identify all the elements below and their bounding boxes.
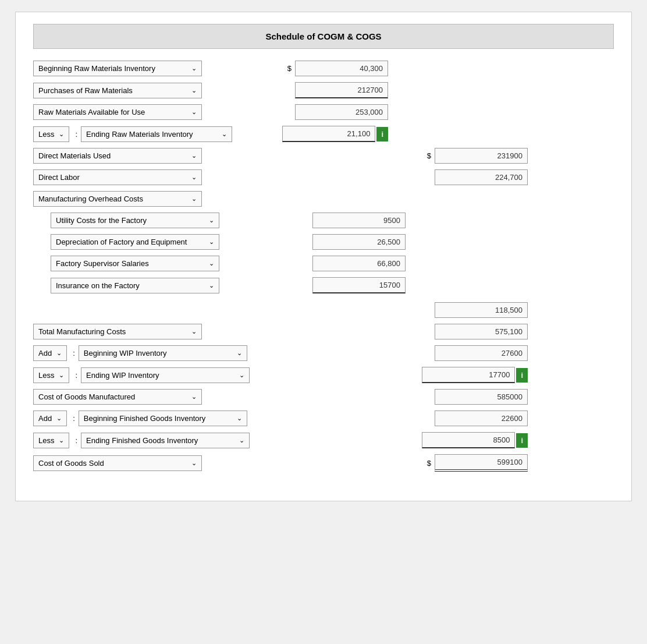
row-depreciation: Depreciation of Factory and Equipment ⌄ … [51,234,614,250]
beg-fg-value[interactable]: 22600 [435,411,528,426]
chevron-down-icon: ⌄ [191,195,197,203]
chevron-down-icon: ⌄ [237,415,242,422]
raw-materials-available-label: Raw Materials Available for Use [38,108,145,116]
less-prefix-dropdown-3[interactable]: Less ⌄ [33,433,69,448]
insurance-value[interactable]: 15700 [312,277,406,293]
raw-materials-available-value[interactable]: 253,000 [295,104,388,120]
cogs-label: Cost of Goods Sold [38,459,104,468]
row-manufacturing-overhead: Manufacturing Overhead Costs ⌄ [33,191,614,207]
add-label-1: Add [38,349,52,358]
purchases-raw-materials-dropdown[interactable]: Purchases of Raw Materials ⌄ [33,83,202,98]
total-manufacturing-dropdown[interactable]: Total Manufacturing Costs ⌄ [33,324,202,339]
chevron-down-icon: ⌄ [59,437,64,444]
end-fg-value[interactable]: 8500 [422,432,515,448]
direct-materials-used-label: Direct Materials Used [38,151,111,160]
colon-1: : [75,130,77,139]
factory-salaries-dropdown[interactable]: Factory Supervisor Salaries ⌄ [51,256,219,271]
row-overhead-total: 118,500 [33,302,614,318]
utility-costs-value[interactable]: 9500 [312,213,406,228]
beginning-raw-materials-dropdown[interactable]: Beginning Raw Materials Inventory ⌄ [33,61,202,76]
insurance-dropdown[interactable]: Insurance on the Factory ⌄ [51,278,219,293]
row-direct-materials-used: Direct Materials Used ⌄ $ 231900 [33,148,614,164]
row-total-manufacturing: Total Manufacturing Costs ⌄ 575,100 [33,324,614,339]
chevron-down-icon: ⌄ [191,65,197,72]
less-label-2: Less [38,371,54,380]
row-factory-salaries: Factory Supervisor Salaries ⌄ 66,800 [51,256,614,271]
cogs-dropdown[interactable]: Cost of Goods Sold ⌄ [33,455,202,471]
cogm-value[interactable]: 585000 [435,389,528,405]
row-add-beg-wip: Add ⌄ : Beginning WIP Inventory ⌄ 27600 [33,345,614,361]
factory-salaries-label: Factory Supervisor Salaries [56,259,149,268]
dollar-sign-dmu: $ [427,151,431,160]
beg-wip-dropdown[interactable]: Beginning WIP Inventory ⌄ [79,345,247,361]
colon-4: : [73,414,75,423]
end-wip-label: Ending WIP Inventory [86,371,159,380]
row-cogs: Cost of Goods Sold ⌄ $ 599100 [33,454,614,472]
row-less-end-fg: Less ⌄ : Ending Finished Goods Inventory… [33,432,614,448]
chevron-down-icon: ⌄ [209,217,214,224]
chevron-down-icon: ⌄ [191,152,197,160]
beg-fg-dropdown[interactable]: Beginning Finished Goods Inventory ⌄ [79,411,247,426]
colon-3: : [75,371,77,380]
cogm-dropdown[interactable]: Cost of Goods Manufactured ⌄ [33,389,202,405]
utility-costs-dropdown[interactable]: Utility Costs for the Factory ⌄ [51,213,219,228]
factory-salaries-value[interactable]: 66,800 [312,256,406,271]
depreciation-value[interactable]: 26,500 [312,234,406,250]
total-manufacturing-value[interactable]: 575,100 [435,324,528,339]
dollar-sign-cogs: $ [427,459,431,468]
raw-materials-available-dropdown[interactable]: Raw Materials Available for Use ⌄ [33,104,202,120]
chevron-down-icon: ⌄ [56,415,62,422]
direct-labor-value[interactable]: 224,700 [435,169,528,185]
manufacturing-overhead-label: Manufacturing Overhead Costs [38,194,143,203]
row-direct-labor: Direct Labor ⌄ 224,700 [33,169,614,185]
direct-labor-label: Direct Labor [38,173,80,182]
chevron-down-icon: ⌄ [209,238,214,246]
ending-raw-materials-value[interactable]: 21,100 [282,126,375,142]
row-less-end-wip: Less ⌄ : Ending WIP Inventory ⌄ 17700 i [33,367,614,383]
less-label-3: Less [38,436,54,445]
chevron-down-icon: ⌄ [191,87,197,94]
colon-5: : [75,436,77,445]
chevron-down-icon: ⌄ [191,459,197,467]
info-button-end-wip[interactable]: i [516,368,528,383]
direct-materials-used-dropdown[interactable]: Direct Materials Used ⌄ [33,148,202,164]
total-manufacturing-label: Total Manufacturing Costs [38,327,126,336]
purchases-raw-materials-value[interactable]: 212700 [295,82,388,98]
info-button-end-fg[interactable]: i [516,433,528,448]
chevron-down-icon: ⌄ [191,328,197,335]
row-purchases-raw-materials: Purchases of Raw Materials ⌄ 212700 [33,82,614,98]
beg-fg-label: Beginning Finished Goods Inventory [84,414,206,423]
ending-raw-materials-dropdown[interactable]: Ending Raw Materials Inventory ⌄ [81,126,232,142]
chevron-down-icon: ⌄ [191,393,197,401]
chevron-down-icon: ⌄ [59,371,64,379]
depreciation-dropdown[interactable]: Depreciation of Factory and Equipment ⌄ [51,234,219,250]
row-add-beg-fg: Add ⌄ : Beginning Finished Goods Invento… [33,411,614,426]
beg-wip-value[interactable]: 27600 [435,345,528,361]
end-wip-dropdown[interactable]: Ending WIP Inventory ⌄ [81,367,250,383]
beginning-raw-materials-value[interactable]: 40,300 [295,61,388,76]
utility-costs-label: Utility Costs for the Factory [56,216,147,225]
main-container: Schedule of COGM & COGS Beginning Raw Ma… [15,12,632,501]
add-prefix-dropdown-1[interactable]: Add ⌄ [33,345,67,361]
direct-labor-dropdown[interactable]: Direct Labor ⌄ [33,169,202,185]
colon-2: : [73,349,75,358]
less-prefix-dropdown-2[interactable]: Less ⌄ [33,367,69,383]
cogm-label: Cost of Goods Manufactured [38,392,135,401]
purchases-raw-materials-label: Purchases of Raw Materials [38,86,133,95]
end-wip-value[interactable]: 17700 [422,367,515,383]
schedule-title: Schedule of COGM & COGS [33,24,614,49]
manufacturing-overhead-dropdown[interactable]: Manufacturing Overhead Costs ⌄ [33,191,202,207]
chevron-down-icon: ⌄ [59,130,64,138]
info-button-ending-raw[interactable]: i [376,127,388,141]
less-prefix-dropdown-1[interactable]: Less ⌄ [33,126,69,142]
direct-materials-used-value[interactable]: 231900 [435,148,528,164]
less-label-1: Less [38,130,54,139]
ending-raw-materials-label: Ending Raw Materials Inventory [86,130,193,139]
row-utility-costs: Utility Costs for the Factory ⌄ 9500 [51,213,614,228]
cogs-value[interactable]: 599100 [435,454,528,472]
chevron-down-icon: ⌄ [209,260,214,267]
add-prefix-dropdown-2[interactable]: Add ⌄ [33,411,67,426]
chevron-down-icon: ⌄ [239,437,244,444]
overhead-total-value[interactable]: 118,500 [435,302,528,318]
end-fg-dropdown[interactable]: Ending Finished Goods Inventory ⌄ [81,433,250,448]
